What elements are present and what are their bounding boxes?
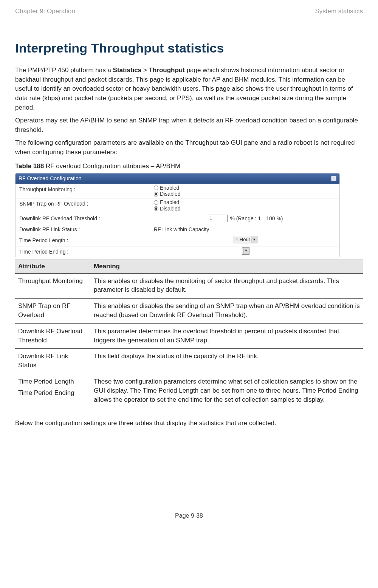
intro-text: The PMP/PTP 450 platform has a Statistic…	[15, 66, 363, 157]
config-panel-header: RF Overload Configuration –	[15, 173, 339, 183]
row-period-ending: Time Period Ending : ▼	[15, 246, 339, 257]
row-downlink-status: Downlink RF Link Status : RF Link within…	[15, 224, 339, 235]
row-throughput-monitoring: Throughput Monitoring : Enabled Disabled	[15, 184, 339, 198]
meaning-cell: This parameter determines the overload t…	[91, 323, 363, 349]
row-downlink-threshold: Downlink RF Overload Threshold : 1 % (Ra…	[15, 213, 339, 224]
threshold-suffix: % (Range : 1—100 %)	[230, 215, 283, 222]
intro-p1-b2: Throughput	[149, 67, 185, 74]
radio-enabled-label: Enabled	[160, 185, 179, 191]
below-note: Below the configuration settings are thr…	[15, 419, 363, 428]
label-snmp-trap: SNMP Trap on RF Overload :	[15, 198, 152, 213]
value-period-length: 1 Hour ▼	[152, 235, 339, 246]
page-footer: Page 9-38	[15, 511, 363, 520]
radio-icon	[154, 200, 158, 205]
attr-cell: Downlink RF Overload Threshold	[15, 323, 91, 349]
label-throughput-monitoring: Throughput Monitoring :	[15, 184, 152, 198]
period-length-select[interactable]: 1 Hour ▼	[234, 236, 257, 243]
page-title: Interpreting Throughput statistics	[15, 39, 363, 57]
intro-p1-pre: The PMP/PTP 450 platform has a	[15, 67, 113, 74]
rf-overload-config-panel: RF Overload Configuration – Throughput M…	[15, 173, 340, 257]
value-downlink-threshold: 1 % (Range : 1—100 %)	[152, 213, 339, 224]
header-right: System statistics	[315, 7, 363, 16]
radio-icon	[154, 206, 158, 211]
meaning-cell: These two configuration parameters deter…	[91, 374, 363, 408]
radio-disabled-label: Disabled	[160, 191, 180, 197]
label-period-ending: Time Period Ending :	[15, 246, 152, 257]
table-row: SNMP Trap on RF Overload This enables or…	[15, 299, 363, 324]
row-period-length: Time Period Length : 1 Hour ▼	[15, 235, 339, 246]
meaning-cell: This enables or disables the monitoring …	[91, 273, 363, 299]
intro-p2: Operators may set the AP/BHM to send an …	[15, 116, 363, 135]
minimize-icon[interactable]: –	[331, 176, 336, 181]
table-row: Time Period Length Time Period Ending Th…	[15, 374, 363, 408]
table-row: Throughput Monitoring This enables or di…	[15, 273, 363, 299]
intro-p3: The following configuration parameters a…	[15, 138, 363, 157]
radio-enabled[interactable]: Enabled	[154, 199, 337, 206]
meaning-cell: This enables or disables the sending of …	[91, 299, 363, 324]
value-downlink-status: RF Link within Capacity	[152, 224, 339, 235]
intro-p1-b1: Statistics	[113, 67, 142, 74]
th-attribute: Attribute	[15, 260, 91, 274]
table-caption-bold: Table 188	[15, 162, 44, 170]
radio-disabled[interactable]: Disabled	[154, 191, 337, 197]
attr-cell-line2: Time Period Ending	[18, 388, 88, 398]
chevron-down-icon: ▼	[243, 248, 249, 254]
radio-disabled-label: Disabled	[160, 206, 180, 212]
radio-enabled[interactable]: Enabled	[154, 185, 337, 191]
header-left: Chapter 9: Operation	[15, 7, 75, 16]
value-period-ending: ▼	[152, 246, 339, 257]
attr-cell-line1: Time Period Length	[18, 377, 88, 386]
period-ending-select[interactable]: ▼	[242, 247, 249, 255]
th-meaning: Meaning	[91, 260, 363, 274]
row-snmp-trap: SNMP Trap on RF Overload : Enabled Disab…	[15, 198, 339, 213]
intro-p1: The PMP/PTP 450 platform has a Statistic…	[15, 66, 363, 112]
period-length-select-value: 1 Hour	[235, 236, 250, 243]
value-throughput-monitoring: Enabled Disabled	[152, 184, 339, 198]
intro-p1-mid: >	[141, 67, 149, 74]
radio-icon	[154, 192, 158, 197]
value-snmp-trap: Enabled Disabled	[152, 198, 339, 213]
config-panel-title: RF Overload Configuration	[19, 175, 82, 182]
radio-icon	[154, 186, 158, 190]
label-period-length: Time Period Length :	[15, 235, 152, 246]
chevron-down-icon: ▼	[251, 236, 257, 243]
table-row: Downlink RF Link Status This field displ…	[15, 349, 363, 374]
table-row: Downlink RF Overload Threshold This para…	[15, 323, 363, 349]
attr-cell: Downlink RF Link Status	[15, 349, 91, 374]
attr-cell: Time Period Length Time Period Ending	[15, 374, 91, 408]
label-downlink-status: Downlink RF Link Status :	[15, 224, 152, 235]
table-caption-rest: RF overload Configuration attributes – A…	[44, 162, 180, 170]
attr-cell: SNMP Trap on RF Overload	[15, 299, 91, 324]
table-caption: Table 188 RF overload Configuration attr…	[15, 162, 363, 171]
label-downlink-threshold: Downlink RF Overload Threshold :	[15, 213, 152, 224]
threshold-input[interactable]: 1	[208, 215, 228, 222]
radio-enabled-label: Enabled	[160, 199, 179, 206]
radio-disabled[interactable]: Disabled	[154, 206, 337, 212]
page-header: Chapter 9: Operation System statistics	[15, 7, 363, 16]
attr-cell: Throughput Monitoring	[15, 273, 91, 299]
meaning-cell: This field displays the status of the ca…	[91, 349, 363, 374]
attribute-table: Attribute Meaning Throughput Monitoring …	[15, 260, 363, 408]
